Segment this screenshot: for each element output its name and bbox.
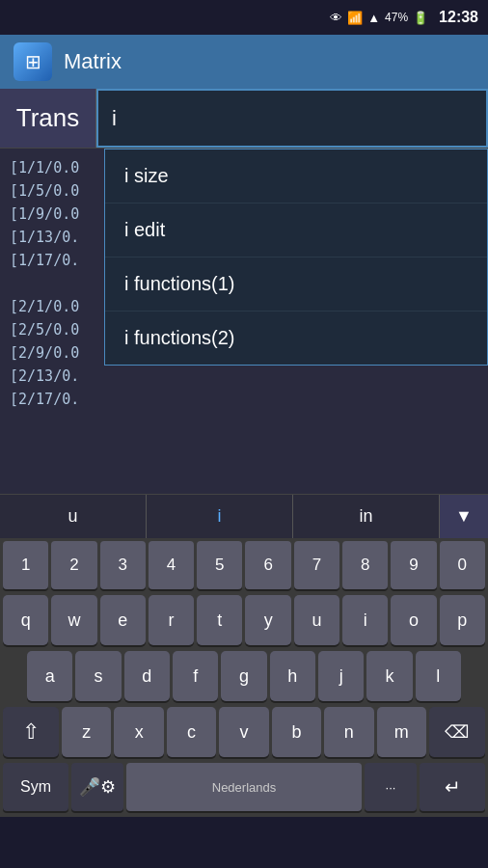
key-o[interactable]: o (391, 595, 436, 645)
shift-key[interactable]: ⇧ (3, 707, 59, 757)
key-u[interactable]: u (294, 595, 339, 645)
key-3[interactable]: 3 (100, 541, 146, 589)
key-8[interactable]: 8 (342, 541, 388, 589)
zxcv-row: ⇧ z x c v b n m ⌫ (0, 704, 488, 760)
wifi-icon: 📶 (347, 11, 363, 25)
key-9[interactable]: 9 (391, 541, 436, 589)
key-v[interactable]: v (219, 707, 268, 757)
chevron-down-button[interactable]: ▼ (440, 495, 488, 538)
enter-key[interactable]: ↵ (420, 763, 485, 811)
trans-input-row: Trans (0, 89, 488, 149)
battery-icon: 🔋 (413, 11, 428, 25)
key-5[interactable]: 5 (197, 541, 242, 589)
key-1[interactable]: 1 (3, 541, 48, 589)
app-icon: ⊞ (14, 42, 52, 81)
autocomplete-item-ifunc1[interactable]: i functions(1) (105, 258, 487, 312)
status-time: 12:38 (439, 9, 478, 26)
key-7[interactable]: 7 (294, 541, 339, 589)
matrix-row: [2/17/0. (10, 388, 478, 411)
chevron-down-icon: ▼ (455, 506, 473, 527)
lang-key[interactable]: ··· (365, 763, 417, 811)
key-g[interactable]: g (221, 651, 266, 701)
key-4[interactable]: 4 (149, 541, 194, 589)
key-j[interactable]: j (318, 651, 364, 701)
gear-icon: ⚙ (100, 776, 116, 798)
sym-key[interactable]: Sym (3, 763, 68, 811)
key-b[interactable]: b (272, 707, 321, 757)
key-x[interactable]: x (114, 707, 163, 757)
spacebar-key[interactable]: Nederlands (126, 763, 362, 811)
matrix-row: [2/13/0. (10, 365, 478, 388)
app-icon-symbol: ⊞ (25, 50, 41, 73)
key-i[interactable]: i (342, 595, 388, 645)
title-bar: ⊞ Matrix (0, 35, 488, 89)
suggestion-in[interactable]: in (293, 495, 440, 538)
key-e[interactable]: e (100, 595, 146, 645)
key-p[interactable]: p (440, 595, 485, 645)
status-icons: 👁 📶 ▲ 47% 🔋 12:38 (330, 9, 478, 26)
number-row: 1 2 3 4 5 6 7 8 9 0 (0, 538, 488, 592)
key-q[interactable]: q (3, 595, 48, 645)
suggestion-u[interactable]: u (0, 495, 147, 538)
eye-icon: 👁 (330, 11, 342, 25)
key-6[interactable]: 6 (245, 541, 290, 589)
key-h[interactable]: h (270, 651, 315, 701)
signal-icon: ▲ (367, 11, 380, 25)
key-y[interactable]: y (245, 595, 290, 645)
key-a[interactable]: a (27, 651, 72, 701)
app-title: Matrix (64, 49, 122, 74)
battery-percent: 47% (385, 11, 408, 24)
keyboard-bottom-row: Sym 🎤 ⚙ Nederlands ··· ↵ (0, 760, 488, 817)
autocomplete-item-isize[interactable]: i size (105, 149, 487, 203)
key-z[interactable]: z (62, 707, 111, 757)
key-l[interactable]: l (416, 651, 461, 701)
key-m[interactable]: m (377, 707, 426, 757)
key-n[interactable]: n (324, 707, 373, 757)
keyboard: 1 2 3 4 5 6 7 8 9 0 q w e r t y u i o p … (0, 538, 488, 817)
key-2[interactable]: 2 (51, 541, 96, 589)
key-s[interactable]: s (75, 651, 121, 701)
key-r[interactable]: r (149, 595, 194, 645)
search-input[interactable] (96, 89, 488, 148)
key-c[interactable]: c (167, 707, 216, 757)
settings-key[interactable]: 🎤 ⚙ (71, 763, 123, 811)
key-0[interactable]: 0 (440, 541, 485, 589)
suggestion-bar: u i in ▼ (0, 494, 488, 538)
status-bar: 👁 📶 ▲ 47% 🔋 12:38 (0, 0, 488, 35)
key-f[interactable]: f (173, 651, 218, 701)
lang-icon: ··· (386, 780, 396, 795)
backspace-key[interactable]: ⌫ (429, 707, 485, 757)
key-k[interactable]: k (366, 651, 412, 701)
autocomplete-dropdown: i size i edit i functions(1) i functions… (104, 149, 488, 366)
key-w[interactable]: w (51, 595, 96, 645)
autocomplete-item-ifunc2[interactable]: i functions(2) (105, 312, 487, 365)
key-t[interactable]: t (197, 595, 242, 645)
mic-icon: 🎤 (79, 776, 100, 798)
qwerty-row: q w e r t y u i o p (0, 592, 488, 648)
key-d[interactable]: d (124, 651, 170, 701)
main-content: Trans [1/1/0.0 [1/5/0.0 [1/9/0.0 [1/13/0… (0, 89, 488, 494)
trans-label: Trans (0, 89, 96, 148)
autocomplete-item-iedit[interactable]: i edit (105, 203, 487, 258)
suggestion-i[interactable]: i (147, 495, 293, 538)
asdf-row: a s d f g h j k l (0, 648, 488, 704)
